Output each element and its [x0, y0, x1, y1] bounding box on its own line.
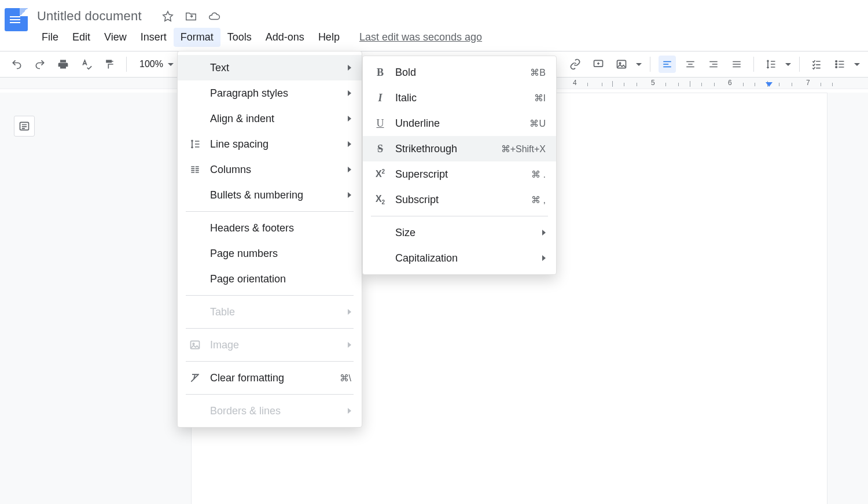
menu-item-clear-formatting[interactable]: Clear formatting ⌘\ [178, 365, 362, 391]
menu-item-shortcut: ⌘ . [531, 169, 546, 180]
italic-icon: I [373, 92, 387, 104]
menu-item-italic[interactable]: I Italic ⌘I [363, 85, 556, 111]
ruler-tick-label: 6 [728, 79, 732, 87]
menu-item-page-orientation[interactable]: Page orientation [178, 266, 362, 292]
menu-item-bold[interactable]: B Bold ⌘B [363, 60, 556, 85]
menu-item-label: Subscript [395, 194, 523, 206]
menu-item-label: Bold [395, 67, 522, 79]
menu-divider [371, 216, 548, 216]
cloud-status-icon[interactable] [208, 10, 220, 23]
menu-help[interactable]: Help [311, 28, 347, 47]
menu-item-table: Table [178, 299, 362, 325]
align-justify-button[interactable] [728, 56, 745, 73]
align-center-button[interactable] [682, 56, 699, 73]
indent-marker-icon[interactable] [766, 82, 773, 87]
strikethrough-icon: S [373, 143, 387, 155]
chevron-right-icon [348, 116, 351, 122]
menu-item-shortcut: ⌘+Shift+X [501, 144, 546, 154]
chevron-down-icon[interactable] [785, 63, 791, 66]
menu-item-columns[interactable]: Columns [178, 157, 362, 182]
menu-item-label: Superscript [395, 168, 523, 181]
svg-point-4 [836, 64, 837, 65]
star-icon[interactable] [161, 10, 174, 23]
paint-format-button[interactable] [101, 56, 118, 73]
menu-item-page-numbers[interactable]: Page numbers [178, 241, 362, 266]
bold-icon: B [373, 67, 387, 79]
align-right-button[interactable] [705, 56, 722, 73]
menu-item-borders-lines: Borders & lines [178, 398, 362, 424]
chevron-right-icon [542, 230, 546, 236]
menu-item-image: Image [178, 332, 362, 358]
ruler-tick-label: 5 [651, 79, 655, 87]
chevron-down-icon[interactable] [636, 63, 642, 66]
menu-format[interactable]: Format [174, 28, 220, 47]
menu-edit[interactable]: Edit [65, 28, 97, 47]
menu-file[interactable]: File [35, 28, 65, 47]
print-button[interactable] [54, 56, 72, 73]
redo-button[interactable] [31, 56, 49, 73]
menu-item-bullets-numbering[interactable]: Bullets & numbering [178, 182, 362, 208]
svg-point-8 [193, 343, 194, 345]
menu-bar: File Edit View Insert Format Tools Add-o… [32, 27, 482, 47]
chevron-right-icon [348, 90, 351, 96]
zoom-select[interactable]: 100% [135, 59, 178, 69]
menu-item-label: Page numbers [210, 248, 351, 260]
columns-icon [188, 164, 202, 175]
menu-item-label: Paragraph styles [210, 87, 340, 100]
bulleted-list-button[interactable] [831, 56, 848, 73]
menu-item-label: Strikethrough [395, 143, 493, 155]
line-spacing-button[interactable] [762, 56, 779, 73]
outline-toggle-button[interactable] [14, 116, 35, 137]
menu-item-size[interactable]: Size [363, 220, 556, 245]
menu-item-line-spacing[interactable]: Line spacing [178, 131, 362, 157]
insert-link-button[interactable] [567, 56, 584, 73]
menu-item-label: Image [210, 339, 340, 351]
align-left-button[interactable] [659, 56, 676, 73]
undo-button[interactable] [8, 56, 25, 73]
menu-item-align-indent[interactable]: Align & indent [178, 106, 362, 131]
menu-item-label: Headers & footers [210, 222, 351, 234]
menu-item-label: Line spacing [210, 138, 340, 150]
toolbar-separator [799, 57, 800, 72]
move-folder-icon[interactable] [185, 10, 197, 23]
menu-item-label: Text [210, 62, 340, 74]
chevron-right-icon [348, 408, 351, 414]
menu-item-label: Size [395, 227, 534, 239]
chevron-right-icon [348, 141, 351, 147]
text-submenu: B Bold ⌘B I Italic ⌘I U Underline ⌘U S S… [362, 56, 557, 275]
menu-item-paragraph-styles[interactable]: Paragraph styles [178, 80, 362, 106]
line-spacing-icon [188, 138, 202, 150]
menu-item-subscript[interactable]: X2 Subscript ⌘ , [363, 187, 556, 212]
clear-format-icon [188, 372, 202, 384]
docs-logo-icon[interactable] [5, 8, 28, 31]
menu-insert[interactable]: Insert [134, 28, 174, 47]
menu-item-label: Italic [395, 92, 526, 104]
menu-item-text[interactable]: Text [178, 55, 362, 80]
insert-image-button[interactable] [613, 56, 630, 73]
subscript-icon: X2 [373, 194, 387, 205]
menu-item-label: Page orientation [210, 273, 351, 285]
document-title[interactable]: Untitled document [37, 9, 142, 24]
last-edit-link[interactable]: Last edit was seconds ago [359, 31, 482, 43]
menu-item-label: Borders & lines [210, 405, 340, 417]
toolbar-separator [650, 57, 650, 72]
insert-comment-button[interactable] [590, 56, 607, 73]
image-icon [188, 339, 202, 351]
menu-item-superscript[interactable]: X2 Superscript ⌘ . [363, 161, 556, 187]
chevron-down-icon[interactable] [854, 63, 860, 66]
menu-divider [186, 394, 354, 395]
menu-item-underline[interactable]: U Underline ⌘U [363, 111, 556, 136]
menu-divider [186, 211, 354, 212]
superscript-icon: X2 [373, 168, 387, 179]
menu-view[interactable]: View [97, 28, 134, 47]
menu-addons[interactable]: Add-ons [259, 28, 311, 47]
menu-item-capitalization[interactable]: Capitalization [363, 245, 556, 271]
chevron-right-icon [542, 255, 546, 261]
menu-tools[interactable]: Tools [220, 28, 259, 47]
checklist-button[interactable] [808, 56, 825, 73]
menu-item-label: Align & indent [210, 113, 340, 125]
menu-item-strikethrough[interactable]: S Strikethrough ⌘+Shift+X [363, 136, 556, 161]
chevron-right-icon [348, 167, 351, 172]
menu-item-headers-footers[interactable]: Headers & footers [178, 215, 362, 241]
spellcheck-button[interactable] [78, 56, 95, 73]
